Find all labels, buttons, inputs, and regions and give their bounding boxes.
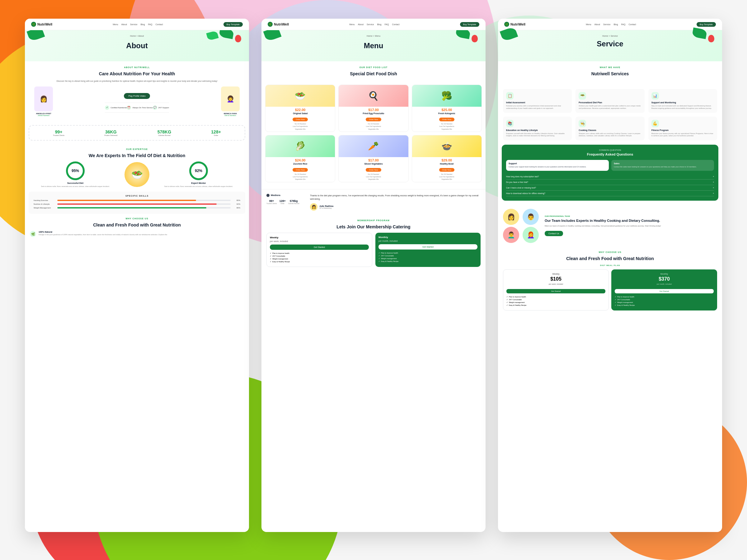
pricing-monthly-price: $370 (615, 276, 714, 282)
faq-tab-support[interactable]: Support Contact your support team lookin… (506, 160, 609, 171)
faq-q-1[interactable]: How long does my subscription last? + (506, 174, 714, 180)
menu-nav-menu[interactable]: Menu (349, 23, 355, 26)
food-image: 🥗 (125, 162, 149, 187)
faq-q-1-text: How long does my subscription last? (506, 176, 539, 178)
order-btn-1[interactable]: Order Now (292, 117, 308, 121)
choose-item-title-1: 100% Natural (38, 231, 167, 233)
logo-icon: 🌿 (31, 22, 36, 27)
about-title: About (126, 42, 148, 50)
menu-nav-contact[interactable]: Contact (392, 23, 399, 26)
order-btn-2[interactable]: Order Now (366, 117, 381, 121)
skill-pct-3: 86% (232, 207, 240, 209)
pricing-weekly-f3: ✓ Weight management (507, 301, 606, 303)
food-card-5: 🥕 $17.00 Sliced Vegetables Order Now No … (338, 135, 408, 182)
service-logo-text: NutriWell (511, 22, 525, 26)
service-name-1: Initial Assessment (506, 101, 569, 104)
food-grid: 🥗 $22.00 Original Salad Order Now No Oil… (261, 85, 486, 186)
nav-blog[interactable]: Blog (140, 23, 145, 26)
skill-pct-2: 92% (232, 203, 240, 205)
feature-icon-2: ⏰ (127, 105, 131, 110)
hero-leaf-right2 (206, 30, 218, 41)
testimonial-right: Thanks to the diet plan program menu, I'… (310, 194, 481, 211)
circle-progress-1: 95% (66, 161, 85, 180)
skill-row-3: Weight Management 86% (34, 207, 240, 209)
menu-nav-blog[interactable]: Blog (377, 23, 381, 26)
choose-text-1: 100% Natural Indulge in the pure goodnes… (38, 231, 167, 236)
mini-stat-label-1: Trusted Clients (266, 203, 277, 205)
about-logo: 🌿 NutriWell (31, 22, 52, 27)
order-btn-4[interactable]: Order Now (292, 168, 308, 172)
mini-stats: 99+ Trusted Clients 128+ Order 578kg Cal… (266, 199, 304, 205)
team-avatar-2: 👩‍🦱 (221, 86, 240, 111)
faq-questions: How long does my subscription last? + Do… (506, 174, 714, 196)
membership-weekly-desc: per week, included (270, 240, 369, 242)
nav-service[interactable]: Service (130, 23, 137, 26)
faq-q-2[interactable]: Do you have a free trial? + (506, 180, 714, 185)
faq-q-3[interactable]: Can I track a lost or missing tool? + (506, 185, 714, 191)
menu-page: 🌿 NutriWell Menu About Service Blog FAQ … (261, 19, 486, 532)
about-team-row: 👩 ANGELICA POET Joined Nutrition Play Pr… (31, 86, 243, 116)
service-nav-faq[interactable]: FAQ (621, 23, 625, 26)
membership-monthly-desc: per month, included (379, 240, 478, 242)
pricing-weekly-price: $105 (507, 276, 606, 282)
nav-faq[interactable]: FAQ (148, 23, 152, 26)
service-nav-service[interactable]: Service (603, 23, 610, 26)
food-img-2: 🍳 (339, 85, 408, 107)
food-img-1: 🥗 (265, 85, 335, 107)
menu-nav-service[interactable]: Service (367, 23, 374, 26)
menu-nav-about[interactable]: About (358, 23, 364, 26)
faq-tab-support-title: Support (509, 162, 606, 165)
faq-q-1-icon: + (713, 176, 714, 178)
order-btn-5[interactable]: Order Now (366, 168, 381, 172)
play-profile-btn[interactable]: Play Profile Video (124, 93, 150, 99)
pricing-weekly-btn[interactable]: Get Started (507, 289, 606, 293)
expertise-label-2: Expert Mentor (191, 182, 206, 184)
food-card-6: 🍲 $29.00 Healthy Bowl Order Now No Oil N… (412, 135, 482, 182)
pricing-monthly-label: Monthly (615, 273, 714, 275)
faq-tab-sales[interactable]: Sales Contact the sales team looking for… (611, 160, 714, 171)
services-label: WHAT WE HAVE (504, 66, 716, 69)
mini-stat-1: 99+ Trusted Clients (266, 199, 277, 205)
mini-stat-3: 578kg Calories Burned (288, 199, 300, 205)
expertise-text-2: Sed ut ultrices nulla. Nunc venenatis ar… (164, 185, 233, 188)
membership-monthly-btn[interactable]: Get Started (379, 244, 478, 249)
about-nav-cta[interactable]: Buy Template (224, 22, 243, 27)
team-role-1: Joined Nutrition (38, 114, 50, 116)
diet-label: OUR DIET FOOD LIST (268, 66, 479, 69)
menu-nav-faq[interactable]: FAQ (384, 23, 389, 26)
expertise-label: OUR EXPERTISE (30, 148, 244, 150)
skill-name-3: Weight Management (34, 207, 55, 209)
order-btn-6[interactable]: Order Now (439, 168, 455, 172)
service-item-6: 💪 Fitness Program Maximize your fitness … (648, 117, 717, 140)
service-nav-contact[interactable]: Contact (628, 23, 636, 26)
service-nav-cta[interactable]: Buy Template (697, 22, 716, 27)
service-nav-blog[interactable]: Blog (614, 23, 618, 26)
skill-bar-fill-2 (57, 204, 216, 205)
service-nav-links: Menu About Service Blog FAQ Contact (586, 23, 636, 26)
service-icon-1: 📋 (506, 92, 514, 100)
service-desc-6: Maximize your fitness journey with our s… (651, 133, 714, 137)
feature-2: ⏰ Always On Time Service (127, 105, 153, 110)
service-nav-menu[interactable]: Menu (586, 23, 591, 26)
menu-nav-cta[interactable]: Buy Template (460, 22, 479, 27)
membership-type-weekly: Weekly (270, 236, 369, 239)
mini-stat-val-1: 99+ (266, 199, 277, 203)
pricing-monthly-btn[interactable]: Get Started (615, 289, 714, 293)
menu-tomato (471, 35, 478, 42)
author-avatar: 👩 (310, 203, 317, 211)
faq-q-4[interactable]: How to download videos for offline viewi… (506, 191, 714, 196)
service-nav-about[interactable]: About (594, 23, 600, 26)
membership-weekly-btn[interactable]: Get Started (270, 244, 369, 250)
pricing-monthly-f3: ✓ Weight management (615, 301, 714, 303)
menu-hero: Home > Menu Menu (261, 30, 486, 61)
menu-title: Menu (364, 42, 383, 50)
service-icon-4: 📚 (506, 120, 514, 127)
feature-icon-3: 💬 (153, 105, 157, 110)
nav-menu[interactable]: Menu (113, 23, 118, 26)
order-btn-3[interactable]: Order Now (439, 117, 455, 121)
nav-about[interactable]: About (121, 23, 127, 26)
pricing-monthly-f2: ✓ 24/7 Consultable (615, 299, 714, 300)
contact-us-btn[interactable]: Contact Us (545, 231, 563, 236)
nav-contact[interactable]: Contact (155, 23, 163, 26)
food-price-3: $25.00 (412, 108, 482, 112)
